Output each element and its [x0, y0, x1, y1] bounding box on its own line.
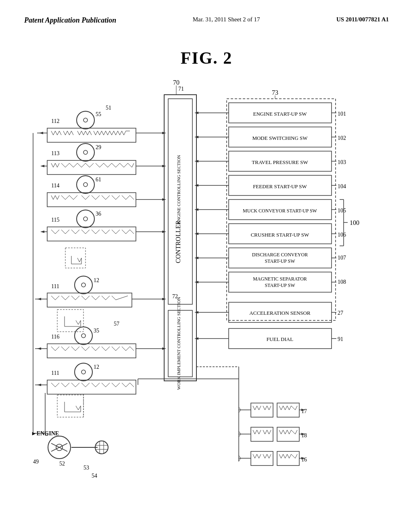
svg-line-55	[51, 131, 53, 135]
svg-line-209	[65, 347, 69, 351]
svg-line-241	[106, 383, 110, 387]
svg-line-103	[81, 163, 86, 167]
svg-line-168	[77, 258, 79, 262]
svg-line-330	[291, 454, 295, 458]
svg-line-319	[263, 454, 265, 458]
svg-line-77	[104, 131, 106, 135]
fuel-dial-label: FUEL DIAL	[267, 336, 293, 342]
svg-rect-323	[277, 451, 299, 466]
svg-line-73	[96, 131, 98, 135]
svg-line-282	[287, 406, 289, 410]
svg-line-70	[88, 131, 90, 135]
svg-line-280	[283, 406, 285, 410]
svg-line-152	[86, 230, 90, 234]
svg-line-129	[81, 195, 86, 200]
svg-rect-93	[47, 160, 136, 175]
svg-line-161	[130, 230, 134, 234]
svg-line-315	[253, 454, 255, 458]
svg-line-238	[92, 383, 96, 387]
mode-switching-label: MODE SWITCHING SW	[252, 135, 308, 141]
svg-line-105	[90, 163, 94, 167]
svg-line-132	[96, 195, 100, 200]
svg-line-80	[110, 131, 112, 135]
ref-100: 100	[350, 219, 359, 226]
svg-line-301	[279, 430, 281, 434]
engine-startup-label: ENGINE START-UP SW	[253, 111, 307, 117]
svg-line-242	[112, 383, 116, 387]
svg-line-72	[94, 131, 96, 135]
svg-marker-226	[37, 347, 41, 350]
travel-pressure-label: TRAVEL PRESSURE SW	[252, 159, 308, 165]
svg-line-157	[112, 230, 116, 234]
svg-marker-248	[37, 384, 41, 386]
svg-line-275	[267, 406, 269, 410]
figure-label: FIG. 2	[181, 48, 233, 68]
svg-line-321	[267, 454, 269, 458]
svg-point-52	[77, 111, 94, 129]
svg-line-115	[132, 163, 134, 167]
svg-line-158	[116, 230, 120, 234]
svg-point-118	[77, 176, 94, 193]
svg-line-139	[130, 195, 134, 200]
svg-line-125	[61, 195, 65, 200]
svg-line-58	[57, 131, 59, 135]
svg-line-59	[59, 131, 61, 135]
svg-line-56	[53, 131, 55, 135]
svg-line-217	[106, 347, 110, 351]
svg-line-214	[92, 347, 96, 351]
svg-line-210	[71, 347, 75, 351]
svg-rect-291	[251, 427, 273, 441]
svg-line-253	[76, 406, 78, 410]
svg-line-68	[83, 131, 86, 135]
svg-line-325	[281, 454, 283, 458]
svg-line-281	[285, 406, 287, 410]
svg-line-159	[122, 230, 126, 234]
svg-line-304	[285, 430, 287, 434]
svg-line-96	[55, 163, 57, 167]
svg-line-179	[51, 296, 55, 300]
sheet-info: Mar. 31, 2011 Sheet 2 of 17	[193, 16, 260, 23]
muck-conveyor-label: MUCK CONVEYOR START-UP SW	[243, 208, 317, 214]
svg-line-221	[126, 347, 130, 351]
svg-line-181	[61, 296, 65, 300]
feeder-startup-label: FEEDER START-UP SW	[253, 183, 307, 189]
svg-line-302	[281, 430, 283, 434]
svg-point-177	[81, 283, 86, 287]
ref-116: 116	[51, 334, 59, 340]
svg-rect-205	[47, 344, 136, 358]
svg-line-146	[55, 230, 59, 234]
ref-108: 108	[338, 279, 346, 285]
svg-line-278	[279, 406, 281, 410]
svg-line-298	[267, 430, 269, 434]
svg-line-240	[102, 383, 106, 387]
svg-line-270	[255, 406, 257, 410]
svg-line-187	[92, 296, 96, 300]
svg-line-153	[92, 230, 96, 234]
svg-line-169	[79, 258, 81, 262]
ref-107: 107	[338, 255, 346, 261]
svg-line-320	[265, 454, 267, 458]
svg-line-155	[102, 230, 106, 234]
ref-91: 91	[338, 336, 343, 342]
svg-line-62	[67, 131, 69, 135]
svg-line-246	[130, 383, 134, 387]
magnetic-separator-label: MAGNETIC SEPARATOR	[253, 276, 307, 282]
svg-line-61	[65, 131, 67, 135]
svg-line-151	[81, 230, 86, 234]
svg-line-200	[78, 320, 81, 324]
svg-line-63	[69, 131, 71, 135]
svg-point-142	[77, 210, 94, 228]
svg-line-308	[295, 430, 297, 434]
svg-line-149	[71, 230, 75, 234]
svg-line-130	[86, 195, 90, 200]
svg-line-184	[75, 296, 79, 300]
ref-105: 105	[338, 208, 346, 214]
svg-line-324	[279, 454, 281, 458]
ref-49: 49	[33, 459, 39, 465]
svg-line-134	[106, 195, 110, 200]
svg-rect-19	[229, 248, 332, 268]
svg-line-211	[75, 347, 79, 351]
svg-line-106	[96, 163, 100, 167]
page: Patent Application Publication Mar. 31, …	[0, 0, 413, 532]
svg-rect-164	[65, 248, 86, 268]
